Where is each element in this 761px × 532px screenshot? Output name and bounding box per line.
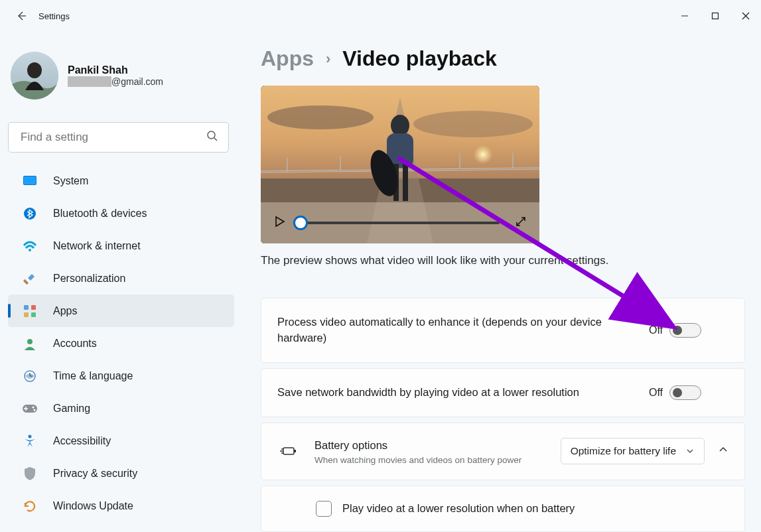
sidebar-item-accessibility[interactable]: Accessibility <box>8 425 234 457</box>
profile-name: Pankil Shah <box>68 64 163 76</box>
svg-rect-13 <box>24 305 29 310</box>
sidebar-item-time[interactable]: Time & language <box>8 360 234 392</box>
maximize-button[interactable] <box>700 3 730 29</box>
slider-thumb[interactable] <box>293 216 308 230</box>
video-preview <box>261 86 539 243</box>
personalization-icon <box>21 270 38 287</box>
expand-button[interactable] <box>718 444 728 458</box>
sidebar-item-accounts[interactable]: Accounts <box>8 327 234 360</box>
play-button[interactable] <box>273 215 286 231</box>
window-title: Settings <box>38 11 70 21</box>
avatar <box>11 52 58 100</box>
svg-rect-40 <box>403 164 408 201</box>
battery-low-res-checkbox[interactable] <box>316 501 332 517</box>
sidebar-item-privacy[interactable]: Privacy & security <box>8 457 234 490</box>
svg-point-22 <box>33 406 35 408</box>
battery-option-select[interactable]: Optimize for battery life <box>561 438 705 464</box>
setting-battery-options: Battery options When watching movies and… <box>261 423 745 480</box>
sidebar-item-label: Gaming <box>53 403 90 415</box>
seek-slider[interactable] <box>301 222 500 224</box>
svg-rect-44 <box>294 450 296 452</box>
svg-rect-12 <box>23 279 29 284</box>
chevron-right-icon: › <box>326 50 330 68</box>
svg-rect-43 <box>283 448 294 454</box>
svg-rect-16 <box>31 312 36 317</box>
toggle-knob <box>673 388 682 397</box>
setting-process-video: Process video automatically to enhance i… <box>261 298 745 363</box>
sidebar-nav: SystemBluetooth & devicesNetwork & inter… <box>8 165 234 522</box>
sidebar-item-label: Accessibility <box>53 435 111 447</box>
search-input[interactable] <box>8 122 229 153</box>
svg-point-30 <box>443 131 496 184</box>
sidebar-item-label: Apps <box>53 305 77 317</box>
sidebar-item-label: Time & language <box>53 370 133 382</box>
window-controls <box>669 3 761 29</box>
toggle-state: Off <box>649 324 663 336</box>
sidebar-item-apps[interactable]: Apps <box>8 295 234 327</box>
profile[interactable]: Pankil Shah xx@gmail.com <box>8 41 236 122</box>
setting-battery-low-res: Play video at a lower resolution when on… <box>261 486 745 532</box>
toggle-knob <box>673 326 682 335</box>
fullscreen-button[interactable] <box>514 215 527 231</box>
settings-cards: Process video automatically to enhance i… <box>261 298 745 532</box>
sidebar-item-label: Personalization <box>53 273 125 285</box>
preview-helper-text: The preview shows what video will look l… <box>261 254 745 267</box>
sidebar-item-system[interactable]: System <box>8 165 234 197</box>
breadcrumb-parent[interactable]: Apps <box>261 46 314 71</box>
sidebar-item-label: Accounts <box>53 338 97 350</box>
back-button[interactable] <box>12 7 31 25</box>
profile-email: xx@gmail.com <box>68 76 163 87</box>
sidebar-item-label: Bluetooth & devices <box>53 208 147 220</box>
svg-point-6 <box>208 131 215 139</box>
time-icon <box>21 367 38 385</box>
breadcrumb: Apps › Video playback <box>261 46 745 71</box>
sidebar-item-label: Windows Update <box>53 500 133 512</box>
svg-point-17 <box>27 339 33 344</box>
svg-rect-15 <box>24 312 29 317</box>
gaming-icon <box>21 400 38 417</box>
setting-label: Save network bandwidth by playing video … <box>277 385 649 401</box>
chevron-down-icon <box>685 446 695 456</box>
system-icon <box>21 172 38 190</box>
sidebar-item-gaming[interactable]: Gaming <box>8 392 234 425</box>
setting-save-bandwidth: Save network bandwidth by playing video … <box>261 368 745 417</box>
accounts-icon <box>21 335 38 352</box>
main-content: Apps › Video playback <box>236 32 761 532</box>
setting-label: Play video at a lower resolution when on… <box>342 501 575 517</box>
sidebar-item-personalization[interactable]: Personalization <box>8 262 234 295</box>
svg-rect-9 <box>24 176 36 184</box>
maximize-icon <box>711 12 719 20</box>
breadcrumb-current: Video playback <box>342 46 496 71</box>
titlebar: Settings <box>0 0 761 32</box>
svg-point-23 <box>34 409 36 411</box>
minimize-button[interactable] <box>669 3 700 29</box>
process-video-toggle[interactable] <box>669 323 701 338</box>
svg-rect-14 <box>31 305 36 310</box>
svg-point-26 <box>267 105 374 129</box>
sidebar-item-network[interactable]: Network & internet <box>8 230 234 262</box>
sidebar-item-label: Privacy & security <box>53 468 137 480</box>
svg-rect-1 <box>713 13 719 19</box>
svg-point-11 <box>29 249 31 251</box>
chevron-up-icon <box>718 444 728 455</box>
svg-point-37 <box>391 115 409 136</box>
setting-label: Process video automatically to enhance i… <box>277 314 649 346</box>
save-bandwidth-toggle[interactable] <box>669 385 701 400</box>
profile-email-suffix: @gmail.com <box>111 76 163 87</box>
search <box>8 122 229 153</box>
accessibility-icon <box>21 432 38 450</box>
apps-icon <box>21 302 38 320</box>
privacy-icon <box>21 465 38 482</box>
sidebar-item-update[interactable]: Windows Update <box>8 490 234 522</box>
sidebar-item-bluetooth[interactable]: Bluetooth & devices <box>8 197 234 230</box>
sidebar-item-label: System <box>53 175 88 187</box>
svg-point-24 <box>29 434 32 438</box>
minimize-icon <box>681 12 689 20</box>
close-button[interactable] <box>730 3 761 29</box>
search-icon <box>206 130 218 145</box>
play-icon <box>273 215 286 228</box>
svg-marker-42 <box>276 217 284 226</box>
select-value: Optimize for battery life <box>571 445 676 457</box>
setting-title: Battery options <box>314 438 561 454</box>
setting-subtitle: When watching movies and videos on batte… <box>314 455 561 465</box>
